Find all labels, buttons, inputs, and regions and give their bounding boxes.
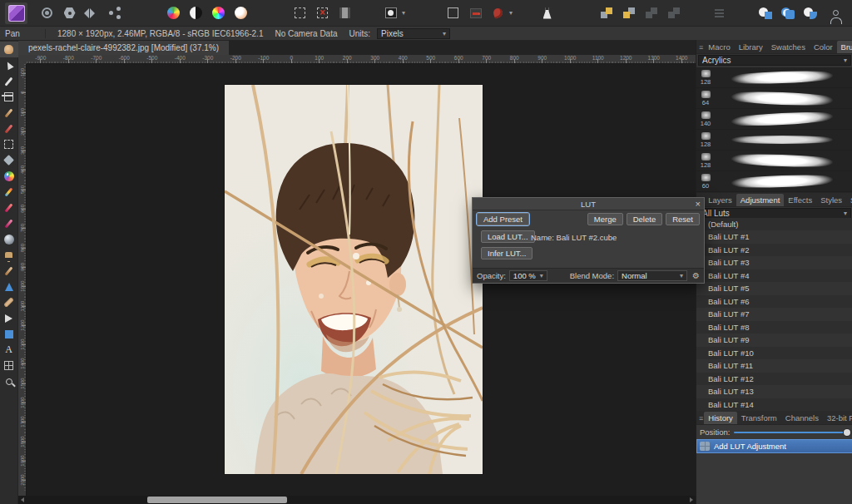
photo-canvas[interactable] bbox=[225, 85, 483, 474]
units-select[interactable]: Pixels ▾ bbox=[377, 28, 450, 39]
load-lut-button[interactable]: Load LUT... bbox=[481, 230, 535, 243]
tab-macro[interactable]: Macro bbox=[704, 41, 734, 53]
invert-selection-button[interactable] bbox=[334, 2, 356, 24]
gradient-tool[interactable] bbox=[0, 168, 18, 184]
gear-icon[interactable]: ⚙ bbox=[692, 271, 700, 280]
document-tab[interactable]: pexels-rachel-claire-4992382.jpg [Modifi… bbox=[18, 41, 229, 55]
brush-item[interactable]: 128 bbox=[696, 130, 852, 151]
brush-item[interactable]: 140 bbox=[696, 109, 852, 130]
tab-swatches[interactable]: Swatches bbox=[767, 41, 810, 53]
burn-brush-tool[interactable] bbox=[0, 263, 18, 279]
shape-tool[interactable] bbox=[0, 326, 18, 342]
tab-styles[interactable]: Styles bbox=[816, 194, 846, 206]
assistant-brush-button[interactable] bbox=[487, 2, 509, 24]
develop-persona-button[interactable] bbox=[58, 2, 81, 24]
deselect-button[interactable] bbox=[311, 2, 334, 24]
infer-lut-button[interactable]: Infer LUT... bbox=[481, 247, 532, 259]
merge-button[interactable]: Merge bbox=[587, 213, 623, 225]
quick-mask-caret-icon[interactable]: ▾ bbox=[402, 9, 405, 17]
blend-mode-select[interactable]: Normal ▾ bbox=[617, 270, 687, 281]
close-icon[interactable]: × bbox=[696, 198, 701, 210]
paint-brush-tool[interactable] bbox=[0, 184, 18, 200]
lut-list-item[interactable]: Bali LUT #13 bbox=[696, 385, 852, 398]
quick-mask-button[interactable] bbox=[379, 2, 402, 24]
blur-tool[interactable] bbox=[0, 231, 18, 247]
assistant-caret-icon[interactable]: ▾ bbox=[509, 9, 513, 17]
lut-list-item[interactable]: Bali LUT #1 bbox=[696, 230, 852, 243]
colour-replacement-tool[interactable] bbox=[0, 200, 18, 215]
sharpen-tool[interactable] bbox=[0, 279, 18, 294]
select-all-button[interactable] bbox=[289, 2, 311, 24]
boolean-intersect-button[interactable] bbox=[799, 2, 821, 24]
export-persona-button[interactable] bbox=[103, 2, 126, 24]
auto-contrast-button[interactable] bbox=[185, 2, 207, 24]
reset-button[interactable]: Reset bbox=[666, 213, 700, 225]
brush-item[interactable]: 128 bbox=[696, 151, 852, 171]
lut-list-item[interactable]: Bali LUT #8 bbox=[696, 321, 852, 334]
view-pan-tool[interactable] bbox=[0, 42, 18, 57]
blemish-removal-tool[interactable] bbox=[0, 310, 18, 326]
grid-button[interactable] bbox=[442, 2, 464, 24]
healing-brush-tool[interactable] bbox=[0, 105, 18, 121]
lut-list-item[interactable]: Bali LUT #11 bbox=[696, 359, 852, 372]
scrollbar-thumb[interactable] bbox=[147, 497, 287, 503]
marquee-select-tool[interactable] bbox=[0, 136, 18, 152]
zoom-tool[interactable] bbox=[0, 373, 18, 389]
brush-item[interactable]: 128 bbox=[696, 67, 852, 88]
lut-list-item[interactable]: Bali LUT #6 bbox=[696, 295, 852, 308]
lut-list-item[interactable]: Bali LUT #12 bbox=[696, 373, 852, 385]
tab-transform[interactable]: Transform bbox=[737, 412, 781, 424]
text-tool[interactable]: A bbox=[0, 342, 18, 358]
patch-tool[interactable] bbox=[0, 294, 18, 310]
brush-item[interactable]: 60 bbox=[696, 171, 852, 192]
photo-persona-button[interactable] bbox=[5, 2, 27, 24]
move-backward-button[interactable] bbox=[617, 2, 640, 24]
history-entry[interactable]: Add LUT Adjustment bbox=[696, 439, 852, 453]
lut-list-item[interactable]: Bali LUT #5 bbox=[696, 282, 852, 294]
add-preset-button[interactable]: Add Preset bbox=[477, 213, 529, 225]
tab-channels[interactable]: Channels bbox=[781, 412, 823, 424]
history-position-slider[interactable] bbox=[734, 432, 850, 433]
brush-category-select[interactable]: Acrylics ▾ bbox=[698, 55, 851, 66]
panel-menu-icon[interactable]: ≡ bbox=[699, 43, 703, 52]
panel-menu-icon[interactable]: ≡ bbox=[699, 414, 703, 422]
lut-dialog-titlebar[interactable]: LUT × bbox=[473, 198, 704, 210]
move-forward-button[interactable] bbox=[595, 2, 617, 24]
boolean-subtract-button[interactable] bbox=[776, 2, 799, 24]
lut-list-item[interactable]: Bali LUT #2 bbox=[696, 244, 852, 256]
lut-list-item[interactable]: Bali LUT #14 bbox=[696, 398, 852, 411]
clone-stamp-tool[interactable] bbox=[0, 247, 18, 263]
auto-levels-button[interactable] bbox=[162, 2, 185, 24]
tab-stock[interactable]: Stock bbox=[846, 194, 852, 206]
opacity-select[interactable]: 100 % ▾ bbox=[509, 270, 547, 281]
tab-32bit-preview[interactable]: 32-bit Preview bbox=[823, 412, 852, 424]
auto-colour-button[interactable] bbox=[207, 2, 230, 24]
move-to-back-button[interactable] bbox=[662, 2, 685, 24]
lut-list-item[interactable]: Bali LUT #9 bbox=[696, 334, 852, 346]
lut-list-item[interactable]: (Default) bbox=[696, 218, 852, 230]
tab-layers[interactable]: Layers bbox=[704, 194, 736, 206]
clone-brush-tool[interactable] bbox=[0, 121, 18, 136]
liquify-persona-button[interactable] bbox=[36, 2, 58, 24]
snapping-button[interactable] bbox=[464, 2, 487, 24]
auto-white-balance-button[interactable] bbox=[230, 2, 252, 24]
tab-color[interactable]: Color bbox=[810, 41, 837, 53]
move-tool[interactable] bbox=[0, 57, 18, 73]
lut-list-item[interactable]: Bali LUT #3 bbox=[696, 256, 852, 269]
scroll-right-arrow-icon[interactable] bbox=[690, 497, 693, 502]
pixel-brush-tool[interactable] bbox=[0, 215, 18, 231]
move-to-front-button[interactable] bbox=[640, 2, 662, 24]
tab-adjustment[interactable]: Adjustment bbox=[736, 194, 785, 206]
lut-list-item[interactable]: Bali LUT #4 bbox=[696, 269, 852, 282]
lut-list-item[interactable]: Bali LUT #10 bbox=[696, 347, 852, 359]
flood-select-tool[interactable] bbox=[0, 152, 18, 168]
tab-library[interactable]: Library bbox=[735, 41, 767, 53]
brush-item[interactable]: 64 bbox=[696, 88, 852, 109]
crop-tool[interactable] bbox=[0, 89, 18, 105]
lut-list-item[interactable]: Bali LUT #7 bbox=[696, 308, 852, 320]
horizontal-scrollbar[interactable] bbox=[18, 496, 696, 504]
account-button[interactable] bbox=[825, 2, 847, 24]
colour-picker-tool[interactable] bbox=[0, 73, 18, 89]
tab-history[interactable]: History bbox=[704, 412, 737, 424]
slider-handle[interactable] bbox=[844, 429, 850, 436]
